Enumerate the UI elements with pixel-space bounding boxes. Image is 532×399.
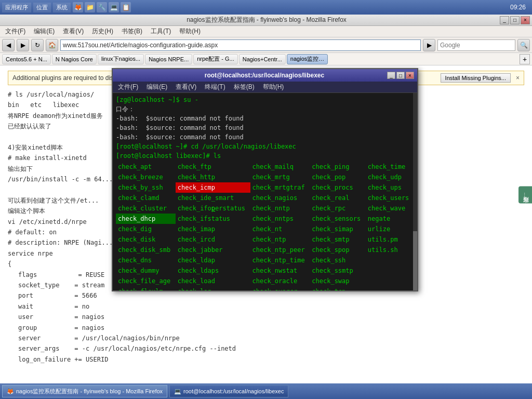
menu-view[interactable]: 查看(V) (60, 26, 87, 37)
bookmark-4[interactable]: nrpe配置 - G... (193, 54, 238, 64)
add-bookmark-button[interactable]: + (520, 54, 530, 64)
file-check_dhcp: check_dhcp (116, 214, 176, 224)
terminal-window: root@localhost:/usr/local/nagios/libexec… (112, 68, 418, 291)
file-empty4 (366, 286, 414, 290)
icon-4[interactable]: 💻 (109, 2, 119, 12)
system-menu[interactable]: 系统 (53, 3, 71, 12)
close-alert-button[interactable]: × (516, 74, 520, 82)
file-check_users: check_users (366, 193, 414, 203)
terminal-scrollbar-track (413, 93, 417, 290)
term-line-2: 口令： (116, 104, 414, 114)
firefox-window-buttons: _ □ × (500, 16, 530, 24)
search-go-button[interactable]: 🔍 (517, 39, 530, 51)
places-menu[interactable]: 位置 (33, 3, 51, 12)
icon-2[interactable]: 📁 (85, 2, 95, 12)
line-22: server = /usr/local/nagios/bin/nrpe (18, 333, 524, 343)
menu-help[interactable]: 帮助(H) (176, 26, 204, 37)
line-21: group = nagios (18, 323, 524, 333)
file-check_disk: check_disk (116, 234, 176, 245)
bookmark-2[interactable]: linux下nagios... (98, 54, 144, 64)
file-check_log: check_log (176, 286, 250, 290)
term-line-5: -bash: $source: command not found (116, 132, 414, 142)
minimize-button[interactable]: _ (500, 16, 509, 24)
icon-5[interactable]: 📋 (121, 2, 131, 12)
file-check_wave: check_wave (366, 203, 414, 214)
taskbar-app-1-label: root@localhost:/usr/local/nagios/libexec (183, 388, 284, 394)
file-check_ifstatus: check_ifstatus (176, 214, 250, 224)
menu-edit[interactable]: 编辑(E) (31, 26, 58, 37)
menu-tools[interactable]: 工具(T) (148, 26, 174, 37)
file-check_overcr: check_overcr (250, 286, 310, 290)
file-check_real: check_real (310, 193, 366, 203)
term-menu-view[interactable]: 查看(V) (172, 82, 200, 92)
term-line-4: -bash: $source: command not found (116, 123, 414, 132)
go-button[interactable]: ▶ (423, 39, 435, 51)
menu-bookmarks[interactable]: 书签(B) (118, 26, 145, 37)
menu-history[interactable]: 历史(H) (89, 26, 116, 37)
file-check_breeze: check_breeze (116, 172, 176, 182)
term-menu-terminal[interactable]: 终端(T) (202, 82, 228, 92)
taskbar-app-0-icon: 🦊 (7, 388, 14, 395)
term-menu-file[interactable]: 文件(F) (115, 82, 141, 92)
terminal-title: root@localhost:/usr/local/nagios/libexec (205, 72, 324, 79)
taskbar-left: 应用程序 位置 系统 🦊 📁 🔧 💻 📋 (2, 2, 508, 12)
line-18: port = 5666 (18, 290, 524, 301)
terminal-body[interactable]: [zg@localhost ~]$ su - 口令： -bash: $sourc… (113, 93, 417, 290)
file-check_ifoperstatus: check_ifoperstatus (176, 203, 250, 214)
bookmark-5[interactable]: Nagios+Centr... (239, 54, 286, 64)
terminal-scrollbar-thumb[interactable] (413, 231, 417, 290)
menu-file[interactable]: 文件(F) (2, 26, 29, 37)
file-check_jabber: check_jabber (176, 245, 250, 255)
term-menu-tabs[interactable]: 标签(B) (231, 82, 258, 92)
file-check_flexlm: check_flexlm (116, 286, 176, 290)
maximize-button[interactable]: □ (510, 16, 520, 24)
home-button[interactable]: 🏠 (46, 39, 58, 51)
apps-menu[interactable]: 应用程序 (2, 3, 31, 12)
taskbar-app-0[interactable]: 🦊 nagios监控系统配置指南 - flyinweb's blog - Moz… (2, 385, 167, 397)
file-check_procs: check_procs (310, 182, 366, 193)
taskbar-app-1[interactable]: 💻 root@localhost:/usr/local/nagios/libex… (169, 385, 288, 397)
file-check_simap: check_simap (310, 224, 366, 234)
top-taskbar: 应用程序 位置 系统 🦊 📁 🔧 💻 📋 09:26 (0, 0, 532, 15)
file-check_dig: check_dig (116, 224, 176, 234)
file-check_ldaps: check_ldaps (176, 265, 250, 276)
url-bar[interactable] (60, 39, 421, 51)
term-line-7: [root@localhost libexec]# ls (116, 151, 414, 161)
bottom-taskbar: 🦊 nagios监控系统配置指南 - flyinweb's blog - Moz… (0, 383, 532, 399)
file-check_nwstat: check_nwstat (250, 265, 310, 276)
line-20: user = nagios (18, 312, 524, 322)
terminal-maximize[interactable]: □ (396, 72, 405, 79)
reload-button[interactable]: ↻ (31, 39, 44, 51)
taskbar-icons: 🦊 📁 🔧 💻 📋 (73, 2, 131, 12)
taskbar-app-0-label: nagios监控系统配置指南 - flyinweb's blog - Mozil… (16, 388, 163, 395)
file-check_spop: check_spop (310, 245, 366, 255)
terminal-minimize[interactable]: _ (387, 72, 395, 79)
file-check_nagios: check_nagios (250, 193, 310, 203)
term-menu-edit[interactable]: 编辑(E) (143, 82, 170, 92)
install-plugins-button[interactable]: Install Missing Plugins... (441, 73, 511, 83)
back-button[interactable]: ◀ (2, 39, 15, 51)
terminal-menubar: 文件(F) 编辑(E) 查看(V) 终端(T) 标签(B) 帮助(H) (113, 82, 417, 93)
close-button[interactable]: × (521, 16, 530, 24)
term-line-6: [root@localhost ~]# cd /usr/local/nagios… (116, 142, 414, 151)
file-check_mrtgtraf: check_mrtgtraf (250, 182, 310, 193)
file-check_icmp: check_icmp (176, 182, 250, 193)
file-check_ircd: check_ircd (176, 234, 250, 245)
terminal-close[interactable]: × (406, 72, 414, 79)
file-check_dummy: check_dummy (116, 265, 176, 276)
file-check_nt: check_nt (250, 224, 310, 234)
search-bar[interactable] (437, 39, 515, 51)
icon-3[interactable]: 🔧 (97, 2, 107, 12)
bookmark-6[interactable]: nagios监控… (287, 54, 328, 64)
bookmark-1[interactable]: N Nagios Core (52, 54, 97, 64)
file-check_ide_smart: check_ide_smart (176, 193, 250, 203)
file-empty3 (366, 276, 414, 286)
share-button[interactable]: 分享到... (518, 186, 532, 203)
term-menu-help[interactable]: 帮助(H) (260, 82, 287, 92)
bookmark-3[interactable]: Nagios NRPE... (145, 54, 192, 64)
bookmark-0[interactable]: Centos5.6 + N... (2, 54, 51, 64)
forward-button[interactable]: ▶ (17, 39, 29, 51)
icon-1[interactable]: 🦊 (73, 2, 83, 12)
taskbar-time: 09:26 (510, 4, 530, 11)
term-line-3: -bash: $source: command not found (116, 114, 414, 123)
